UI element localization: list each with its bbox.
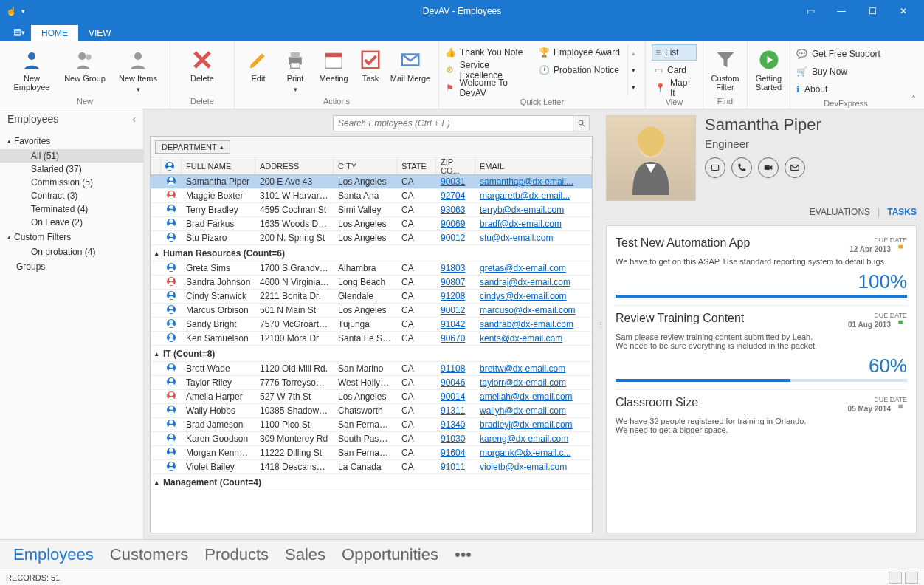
table-row[interactable]: Brad Farkus1635 Woods DriveLos AngelesCA… (151, 217, 592, 231)
cell-zip[interactable]: 91042 (436, 319, 475, 329)
cell-zip[interactable]: 91311 (436, 406, 475, 416)
sidebar-item[interactable]: Salaried (37) (0, 162, 143, 176)
task-item[interactable]: Test New Automation AppDUE DATE12 Apr 20… (616, 230, 907, 306)
cell-email[interactable]: sandraj@dx-email.com (475, 277, 592, 287)
cell-zip[interactable]: 90012 (436, 233, 475, 243)
file-menu-icon[interactable]: ▤▾ (13, 27, 25, 37)
task-button[interactable]: Task (354, 44, 387, 95)
table-row[interactable]: Taylor Riley7776 Torreyson DrWest Hollyw… (151, 376, 592, 390)
cell-email[interactable]: samanthap@dx-email... (475, 177, 592, 187)
new-employee-button[interactable]: New Employee (6, 44, 58, 95)
task-item[interactable]: Classroom SizeDUE DATE05 May 2014We have… (616, 390, 907, 442)
cell-email[interactable]: terryb@dx-email.com (475, 205, 592, 215)
table-row[interactable]: Terry Bradley4595 Cochran StSimi ValleyC… (151, 203, 592, 217)
table-row[interactable]: Brett Wade1120 Old Mill Rd.San MarinoCA9… (151, 362, 592, 376)
col-city-header[interactable]: CITY (334, 157, 397, 174)
qat-dropdown-icon[interactable]: ▾ (21, 7, 25, 15)
table-row[interactable]: Greta Sims1700 S Grandview...AlhambraCA9… (151, 261, 592, 276)
cell-zip[interactable]: 91108 (436, 363, 475, 374)
task-item[interactable]: Review Training ContentDUE DATE01 Aug 20… (616, 306, 907, 390)
nav-more-icon[interactable]: ••• (455, 545, 472, 564)
cell-zip[interactable]: 90670 (436, 333, 475, 343)
table-row[interactable]: Brad Jameson1100 Pico StSan FernandoCA91… (151, 418, 592, 432)
about-button[interactable]: ℹAbout (796, 81, 895, 98)
cell-email[interactable]: cindys@dx-email.com (475, 291, 592, 301)
cell-email[interactable]: bradleyj@dx-email.com (475, 420, 592, 430)
cell-email[interactable]: ameliah@dx-email.com (475, 391, 592, 402)
search-button[interactable] (573, 115, 590, 131)
status-view-2-icon[interactable] (905, 572, 918, 584)
table-row[interactable]: Ken Samuelson12100 Mora DrSanta Fe Spri.… (151, 332, 592, 346)
message-icon[interactable] (705, 157, 725, 178)
view-map-button[interactable]: 📍Map It (652, 80, 697, 96)
ql-scroll-down-icon[interactable]: ▾ (628, 66, 639, 74)
video-icon[interactable] (758, 157, 779, 178)
get-support-button[interactable]: 💬Get Free Support (796, 46, 895, 62)
sidebar-groups[interactable]: Groups (0, 259, 143, 275)
cell-zip[interactable]: 90014 (436, 391, 475, 402)
table-row[interactable]: Violet Bailey1418 Descanso DrLa CanadaCA… (151, 460, 592, 474)
ql-welcome[interactable]: ⚑Welcome To DevAV (445, 80, 534, 96)
new-group-button[interactable]: New Group (59, 44, 111, 95)
table-row[interactable]: Cindy Stanwick2211 Bonita Dr.GlendaleCA9… (151, 290, 592, 304)
group-by-chip[interactable]: DEPARTMENT▴ (155, 140, 230, 154)
cell-zip[interactable]: 90031 (436, 177, 475, 187)
cell-email[interactable]: kareng@dx-email.com (475, 434, 592, 444)
cell-zip[interactable]: 93063 (436, 205, 475, 215)
cell-zip[interactable]: 91011 (436, 462, 475, 472)
buy-now-button[interactable]: 🛒Buy Now (796, 64, 895, 80)
nav-products[interactable]: Products (204, 545, 269, 564)
ql-gallery-icon[interactable]: ▾ (628, 83, 639, 91)
ql-probation[interactable]: 🕐Probation Notice (539, 62, 627, 78)
maximize-icon[interactable]: ☐ (858, 1, 887, 21)
cell-email[interactable]: marcuso@dx-email.com (475, 305, 592, 315)
email-icon[interactable] (785, 157, 805, 178)
cell-email[interactable]: gretas@dx-email.com (475, 263, 592, 273)
table-row[interactable]: Maggie Boxter3101 W Harvard StSanta AnaC… (151, 189, 592, 203)
group-header[interactable]: ▴Human Resources (Count=6) (151, 245, 592, 261)
sidebar-item[interactable]: Contract (3) (0, 189, 143, 202)
table-row[interactable]: Samantha Piper200 E Ave 43Los AngelesCA9… (151, 175, 592, 189)
cell-email[interactable]: brettw@dx-email.com (475, 363, 592, 374)
search-input[interactable] (333, 115, 573, 131)
cell-zip[interactable]: 91340 (436, 420, 475, 430)
cell-zip[interactable]: 91604 (436, 448, 475, 458)
nav-employees[interactable]: Employees (13, 545, 94, 564)
cell-email[interactable]: kents@dx-email.com (475, 333, 592, 343)
mailmerge-button[interactable]: Mail Merge (388, 44, 432, 95)
sidebar-favorites[interactable]: ▴Favorites (0, 133, 143, 149)
ql-award[interactable]: 🏆Employee Award (539, 44, 627, 61)
col-address-header[interactable]: ADDRESS (255, 157, 334, 174)
cell-email[interactable]: wallyh@dx-email.com (475, 406, 592, 416)
cell-zip[interactable]: 90046 (436, 377, 475, 388)
cell-email[interactable]: violetb@dx-email.com (475, 462, 592, 472)
table-row[interactable]: Marcus Orbison501 N Main StLos AngelesCA… (151, 304, 592, 318)
ribbon-collapse-icon[interactable]: ˄ (908, 94, 920, 106)
table-row[interactable]: Sandy Bright7570 McGroarty TerTujungaCA9… (151, 318, 592, 332)
col-fullname-header[interactable]: FULL NAME (182, 157, 255, 174)
close-icon[interactable]: ✕ (889, 1, 918, 21)
ql-thank-you[interactable]: 👍Thank You Note (445, 44, 534, 61)
print-button[interactable]: Print▾ (277, 44, 313, 95)
cell-email[interactable]: stu@dx-email.com (475, 233, 592, 243)
delete-button[interactable]: Delete (176, 44, 228, 95)
sidebar-item[interactable]: Commission (5) (0, 176, 143, 189)
sidebar-item[interactable]: Terminated (4) (0, 202, 143, 216)
sidebar-custom-filters[interactable]: ▴Custom Filters (0, 229, 143, 245)
nav-customers[interactable]: Customers (110, 545, 188, 564)
table-row[interactable]: Morgan Kennedy11222 Dilling StSan Fernan… (151, 446, 592, 460)
tab-view[interactable]: VIEW (78, 25, 122, 41)
group-header[interactable]: ▴IT (Count=8) (151, 346, 592, 362)
ql-service[interactable]: ⚙Service Excellence (445, 62, 534, 78)
col-icon-header[interactable] (161, 157, 182, 174)
custom-filter-button[interactable]: Custom Filter (709, 44, 741, 95)
cell-zip[interactable]: 91803 (436, 263, 475, 273)
detail-tab-tasks[interactable]: TASKS (887, 207, 917, 217)
view-card-button[interactable]: ▭Card (652, 62, 697, 78)
cell-zip[interactable]: 92704 (436, 191, 475, 201)
status-view-1-icon[interactable] (889, 572, 902, 584)
cell-email[interactable]: sandrab@dx-email.com (475, 319, 592, 329)
minimize-icon[interactable]: — (827, 1, 856, 21)
cell-email[interactable]: taylorr@dx-email.com (475, 377, 592, 388)
edit-button[interactable]: Edit (241, 44, 276, 95)
